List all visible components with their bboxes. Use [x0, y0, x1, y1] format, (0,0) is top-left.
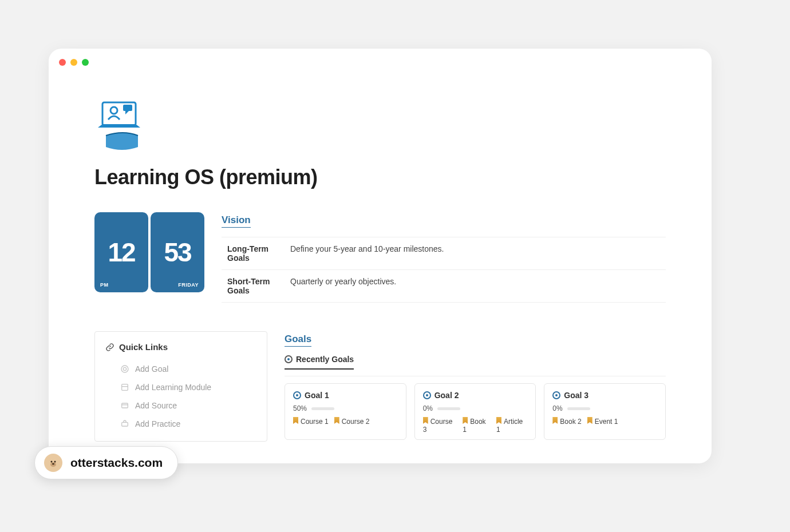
- vision-row-value: Quarterly or yearly objectives.: [285, 270, 666, 303]
- quick-link-label: Add Goal: [135, 364, 168, 374]
- minimize-icon[interactable]: [70, 59, 77, 66]
- target-icon: [120, 364, 129, 374]
- module-icon: [120, 383, 129, 392]
- quick-link-add-goal[interactable]: Add Goal: [105, 360, 256, 378]
- page-content: Learning OS (premium) 12 PM 53 Friday Vi…: [49, 76, 712, 442]
- quick-links-title: Quick Links: [119, 342, 168, 352]
- quick-link-label: Add Practice: [135, 419, 180, 428]
- tag[interactable]: Course 1: [293, 417, 329, 426]
- bookmark-icon: [496, 417, 501, 424]
- goal-card[interactable]: Goal 3 0% Book 2 Event 1: [544, 383, 666, 440]
- goal-percent: 50%: [293, 404, 307, 412]
- goal-title: Goal 1: [305, 391, 329, 400]
- bookmark-icon: [293, 417, 298, 424]
- target-icon: [552, 391, 560, 399]
- clock-widget: 12 PM 53 Friday: [94, 212, 204, 292]
- quick-link-add-practice[interactable]: Add Practice: [105, 415, 256, 433]
- table-row: Long-Term Goals Define your 5-year and 1…: [222, 237, 666, 270]
- bookmark-icon: [587, 417, 592, 424]
- practice-icon: [120, 419, 129, 428]
- quick-link-label: Add Learning Module: [135, 383, 211, 392]
- quick-links-heading: Quick Links: [105, 342, 256, 352]
- goals-section: Goals Recently Goals Goal 1 50% Course 1…: [285, 331, 666, 442]
- tag[interactable]: Course 3: [423, 417, 457, 434]
- goal-tags: Course 3 Book 1 Article 1: [423, 417, 528, 434]
- clock-ampm: PM: [100, 282, 109, 288]
- titlebar: [49, 49, 712, 76]
- svg-rect-9: [122, 403, 128, 408]
- svg-point-16: [52, 463, 54, 465]
- vision-row-value: Define your 5-year and 10-year milestone…: [285, 237, 666, 270]
- maximize-icon[interactable]: [82, 59, 89, 66]
- bookmark-icon: [334, 417, 339, 424]
- tag[interactable]: Course 2: [334, 417, 370, 426]
- goal-tags: Book 2 Event 1: [552, 417, 657, 426]
- svg-point-2: [110, 107, 117, 114]
- progress-bar: [437, 407, 460, 410]
- brand-label: otterstacks.com: [70, 456, 163, 470]
- goal-title: Goal 3: [564, 391, 588, 400]
- goal-tags: Course 1 Course 2: [293, 417, 398, 426]
- source-icon: [120, 401, 129, 410]
- svg-rect-7: [122, 384, 128, 391]
- brand-pill[interactable]: otterstacks.com: [34, 446, 178, 479]
- vision-table: Long-Term Goals Define your 5-year and 1…: [222, 237, 666, 303]
- clock-hours-value: 12: [108, 237, 135, 268]
- tag[interactable]: Event 1: [587, 417, 618, 426]
- goal-title: Goal 2: [434, 391, 459, 400]
- quick-link-add-source[interactable]: Add Source: [105, 396, 256, 415]
- tab-label: Recently Goals: [296, 355, 354, 364]
- bookmark-icon: [463, 417, 468, 424]
- app-window: Learning OS (premium) 12 PM 53 Friday Vi…: [49, 49, 712, 463]
- clock-hours: 12 PM: [94, 212, 148, 292]
- goal-cards: Goal 1 50% Course 1 Course 2 Goal 2 0% C…: [285, 383, 666, 440]
- quick-links-panel: Quick Links Add Goal Add Learning Module…: [94, 331, 267, 442]
- tab-underline: [285, 376, 666, 376]
- svg-point-14: [51, 461, 53, 463]
- goal-card[interactable]: Goal 2 0% Course 3 Book 1 Article 1: [414, 383, 536, 440]
- bookmark-icon: [423, 417, 428, 424]
- clock-minutes: 53 Friday: [151, 212, 204, 292]
- tag[interactable]: Book 2: [552, 417, 581, 426]
- svg-point-15: [54, 461, 56, 463]
- goal-percent: 0%: [552, 404, 562, 412]
- bookmark-icon: [552, 417, 558, 424]
- quick-link-label: Add Source: [135, 401, 177, 410]
- target-icon: [285, 355, 293, 363]
- goal-percent: 0%: [423, 404, 433, 412]
- table-row: Short-Term Goals Quarterly or yearly obj…: [222, 270, 666, 303]
- svg-point-5: [121, 366, 128, 372]
- progress-bar: [567, 407, 590, 410]
- clock-minutes-value: 53: [164, 237, 191, 268]
- tag[interactable]: Book 1: [463, 417, 491, 434]
- svg-marker-1: [98, 124, 140, 128]
- target-icon: [293, 391, 301, 399]
- goals-heading[interactable]: Goals: [285, 334, 311, 347]
- quick-link-add-module[interactable]: Add Learning Module: [105, 378, 256, 396]
- page-title: Learning OS (premium): [94, 165, 666, 189]
- tag[interactable]: Article 1: [496, 417, 527, 434]
- clock-day: Friday: [178, 282, 199, 288]
- svg-rect-3: [123, 105, 132, 111]
- svg-marker-4: [125, 111, 129, 114]
- link-icon: [105, 343, 114, 352]
- svg-rect-11: [122, 422, 128, 426]
- tab-recently-goals[interactable]: Recently Goals: [285, 355, 354, 370]
- svg-point-6: [123, 367, 126, 370]
- progress-bar: [311, 407, 334, 410]
- target-icon: [423, 391, 431, 399]
- close-icon[interactable]: [59, 59, 66, 66]
- otter-icon: [44, 454, 62, 472]
- hero-icon: [94, 99, 666, 154]
- goal-card[interactable]: Goal 1 50% Course 1 Course 2: [285, 383, 406, 440]
- vision-section: Vision Long-Term Goals Define your 5-yea…: [222, 212, 666, 303]
- vision-heading[interactable]: Vision: [222, 215, 251, 228]
- vision-row-label: Short-Term Goals: [222, 270, 285, 303]
- vision-row-label: Long-Term Goals: [222, 237, 285, 270]
